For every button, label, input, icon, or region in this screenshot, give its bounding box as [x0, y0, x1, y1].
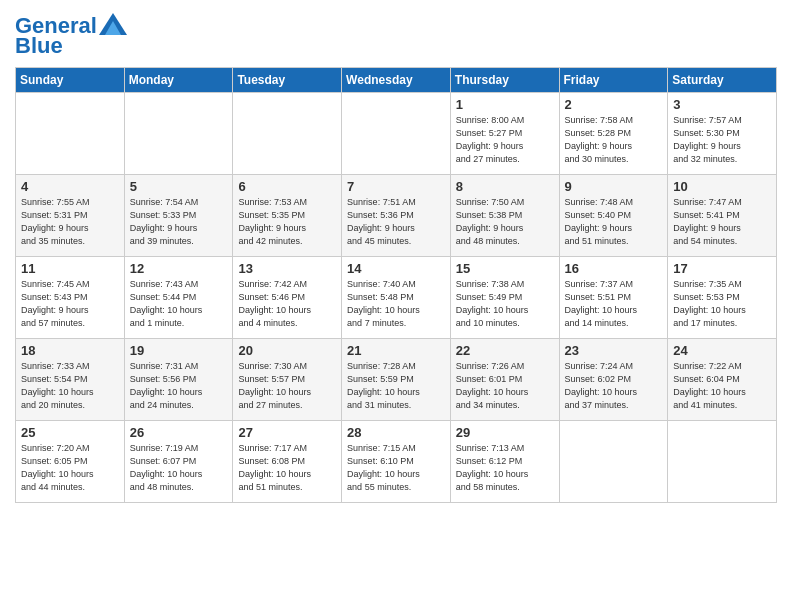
day-info: Sunrise: 7:45 AM Sunset: 5:43 PM Dayligh… [21, 278, 119, 330]
day-number: 26 [130, 425, 228, 440]
calendar-cell [559, 421, 668, 503]
calendar-cell: 8Sunrise: 7:50 AM Sunset: 5:38 PM Daylig… [450, 175, 559, 257]
calendar-cell: 10Sunrise: 7:47 AM Sunset: 5:41 PM Dayli… [668, 175, 777, 257]
calendar-cell: 23Sunrise: 7:24 AM Sunset: 6:02 PM Dayli… [559, 339, 668, 421]
day-number: 17 [673, 261, 771, 276]
calendar-week-row: 18Sunrise: 7:33 AM Sunset: 5:54 PM Dayli… [16, 339, 777, 421]
day-info: Sunrise: 7:15 AM Sunset: 6:10 PM Dayligh… [347, 442, 445, 494]
calendar-cell: 27Sunrise: 7:17 AM Sunset: 6:08 PM Dayli… [233, 421, 342, 503]
day-number: 5 [130, 179, 228, 194]
day-number: 7 [347, 179, 445, 194]
calendar-cell [124, 93, 233, 175]
day-info: Sunrise: 7:40 AM Sunset: 5:48 PM Dayligh… [347, 278, 445, 330]
calendar-cell: 26Sunrise: 7:19 AM Sunset: 6:07 PM Dayli… [124, 421, 233, 503]
day-info: Sunrise: 7:13 AM Sunset: 6:12 PM Dayligh… [456, 442, 554, 494]
calendar-cell: 29Sunrise: 7:13 AM Sunset: 6:12 PM Dayli… [450, 421, 559, 503]
column-header-thursday: Thursday [450, 68, 559, 93]
calendar-cell: 7Sunrise: 7:51 AM Sunset: 5:36 PM Daylig… [342, 175, 451, 257]
calendar-cell: 18Sunrise: 7:33 AM Sunset: 5:54 PM Dayli… [16, 339, 125, 421]
day-info: Sunrise: 7:47 AM Sunset: 5:41 PM Dayligh… [673, 196, 771, 248]
day-info: Sunrise: 7:22 AM Sunset: 6:04 PM Dayligh… [673, 360, 771, 412]
calendar-cell: 24Sunrise: 7:22 AM Sunset: 6:04 PM Dayli… [668, 339, 777, 421]
day-info: Sunrise: 7:31 AM Sunset: 5:56 PM Dayligh… [130, 360, 228, 412]
day-info: Sunrise: 7:19 AM Sunset: 6:07 PM Dayligh… [130, 442, 228, 494]
calendar-cell [233, 93, 342, 175]
day-number: 4 [21, 179, 119, 194]
calendar-cell: 20Sunrise: 7:30 AM Sunset: 5:57 PM Dayli… [233, 339, 342, 421]
day-number: 12 [130, 261, 228, 276]
day-info: Sunrise: 8:00 AM Sunset: 5:27 PM Dayligh… [456, 114, 554, 166]
day-number: 6 [238, 179, 336, 194]
day-info: Sunrise: 7:55 AM Sunset: 5:31 PM Dayligh… [21, 196, 119, 248]
day-info: Sunrise: 7:17 AM Sunset: 6:08 PM Dayligh… [238, 442, 336, 494]
calendar-cell: 4Sunrise: 7:55 AM Sunset: 5:31 PM Daylig… [16, 175, 125, 257]
calendar-week-row: 1Sunrise: 8:00 AM Sunset: 5:27 PM Daylig… [16, 93, 777, 175]
day-info: Sunrise: 7:35 AM Sunset: 5:53 PM Dayligh… [673, 278, 771, 330]
day-info: Sunrise: 7:51 AM Sunset: 5:36 PM Dayligh… [347, 196, 445, 248]
day-number: 8 [456, 179, 554, 194]
calendar-cell: 1Sunrise: 8:00 AM Sunset: 5:27 PM Daylig… [450, 93, 559, 175]
logo: General Blue [15, 15, 127, 59]
day-info: Sunrise: 7:30 AM Sunset: 5:57 PM Dayligh… [238, 360, 336, 412]
day-number: 1 [456, 97, 554, 112]
calendar-cell: 11Sunrise: 7:45 AM Sunset: 5:43 PM Dayli… [16, 257, 125, 339]
calendar-week-row: 25Sunrise: 7:20 AM Sunset: 6:05 PM Dayli… [16, 421, 777, 503]
day-info: Sunrise: 7:20 AM Sunset: 6:05 PM Dayligh… [21, 442, 119, 494]
calendar-table: SundayMondayTuesdayWednesdayThursdayFrid… [15, 67, 777, 503]
day-number: 19 [130, 343, 228, 358]
day-number: 22 [456, 343, 554, 358]
column-header-friday: Friday [559, 68, 668, 93]
day-number: 28 [347, 425, 445, 440]
column-header-monday: Monday [124, 68, 233, 93]
calendar-cell: 25Sunrise: 7:20 AM Sunset: 6:05 PM Dayli… [16, 421, 125, 503]
calendar-cell: 22Sunrise: 7:26 AM Sunset: 6:01 PM Dayli… [450, 339, 559, 421]
day-number: 27 [238, 425, 336, 440]
day-info: Sunrise: 7:42 AM Sunset: 5:46 PM Dayligh… [238, 278, 336, 330]
day-number: 16 [565, 261, 663, 276]
calendar-week-row: 11Sunrise: 7:45 AM Sunset: 5:43 PM Dayli… [16, 257, 777, 339]
day-info: Sunrise: 7:53 AM Sunset: 5:35 PM Dayligh… [238, 196, 336, 248]
day-info: Sunrise: 7:33 AM Sunset: 5:54 PM Dayligh… [21, 360, 119, 412]
day-info: Sunrise: 7:48 AM Sunset: 5:40 PM Dayligh… [565, 196, 663, 248]
day-number: 23 [565, 343, 663, 358]
calendar-cell: 6Sunrise: 7:53 AM Sunset: 5:35 PM Daylig… [233, 175, 342, 257]
calendar-cell: 13Sunrise: 7:42 AM Sunset: 5:46 PM Dayli… [233, 257, 342, 339]
day-number: 14 [347, 261, 445, 276]
column-header-sunday: Sunday [16, 68, 125, 93]
calendar-cell [668, 421, 777, 503]
calendar-cell [16, 93, 125, 175]
day-info: Sunrise: 7:37 AM Sunset: 5:51 PM Dayligh… [565, 278, 663, 330]
logo-icon [99, 13, 127, 35]
calendar-cell: 9Sunrise: 7:48 AM Sunset: 5:40 PM Daylig… [559, 175, 668, 257]
day-number: 25 [21, 425, 119, 440]
calendar-cell: 16Sunrise: 7:37 AM Sunset: 5:51 PM Dayli… [559, 257, 668, 339]
calendar-cell [342, 93, 451, 175]
day-number: 10 [673, 179, 771, 194]
day-number: 11 [21, 261, 119, 276]
day-info: Sunrise: 7:28 AM Sunset: 5:59 PM Dayligh… [347, 360, 445, 412]
day-info: Sunrise: 7:24 AM Sunset: 6:02 PM Dayligh… [565, 360, 663, 412]
calendar-cell: 21Sunrise: 7:28 AM Sunset: 5:59 PM Dayli… [342, 339, 451, 421]
day-info: Sunrise: 7:43 AM Sunset: 5:44 PM Dayligh… [130, 278, 228, 330]
day-number: 2 [565, 97, 663, 112]
page-header: General Blue [15, 10, 777, 59]
day-number: 3 [673, 97, 771, 112]
day-number: 21 [347, 343, 445, 358]
calendar-cell: 14Sunrise: 7:40 AM Sunset: 5:48 PM Dayli… [342, 257, 451, 339]
column-header-tuesday: Tuesday [233, 68, 342, 93]
calendar-week-row: 4Sunrise: 7:55 AM Sunset: 5:31 PM Daylig… [16, 175, 777, 257]
day-info: Sunrise: 7:54 AM Sunset: 5:33 PM Dayligh… [130, 196, 228, 248]
calendar-header-row: SundayMondayTuesdayWednesdayThursdayFrid… [16, 68, 777, 93]
calendar-cell: 19Sunrise: 7:31 AM Sunset: 5:56 PM Dayli… [124, 339, 233, 421]
day-number: 24 [673, 343, 771, 358]
calendar-cell: 17Sunrise: 7:35 AM Sunset: 5:53 PM Dayli… [668, 257, 777, 339]
calendar-cell: 5Sunrise: 7:54 AM Sunset: 5:33 PM Daylig… [124, 175, 233, 257]
day-number: 20 [238, 343, 336, 358]
calendar-cell: 28Sunrise: 7:15 AM Sunset: 6:10 PM Dayli… [342, 421, 451, 503]
day-info: Sunrise: 7:58 AM Sunset: 5:28 PM Dayligh… [565, 114, 663, 166]
day-number: 15 [456, 261, 554, 276]
calendar-cell: 2Sunrise: 7:58 AM Sunset: 5:28 PM Daylig… [559, 93, 668, 175]
day-number: 29 [456, 425, 554, 440]
day-number: 18 [21, 343, 119, 358]
day-number: 9 [565, 179, 663, 194]
